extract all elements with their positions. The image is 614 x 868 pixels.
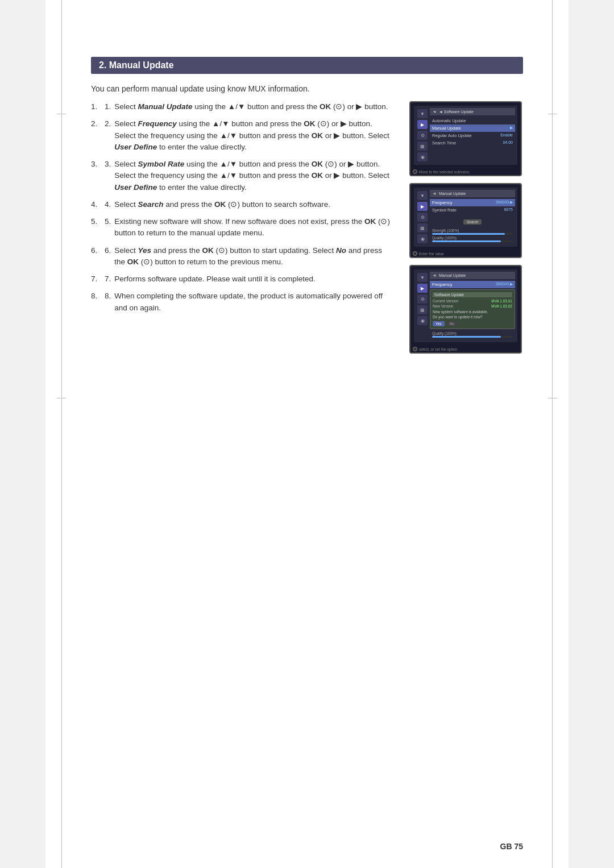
sidebar-icon-4: ▦ bbox=[417, 142, 428, 151]
screen-1-item-2: Manual Update ▶ bbox=[430, 124, 515, 132]
screen-1-item-3: Regular Auto Update Enable bbox=[430, 132, 515, 139]
screen-3-no-btn: No bbox=[447, 321, 457, 326]
step-6-text: Select Yes and press the OK (⊙) button t… bbox=[114, 245, 392, 268]
screen-1-item-4: Search Time 04:00 bbox=[430, 139, 515, 147]
step-5: 5. Existing new software will show. If n… bbox=[91, 216, 392, 239]
step-5-text: Existing new software will show. If new … bbox=[114, 216, 392, 239]
sidebar-icon-3: ⚙ bbox=[417, 131, 428, 140]
step-8: 8. When completing the software update, … bbox=[91, 290, 392, 314]
screen-1-sidebar: ▼ ▶ ⚙ ▦ ◉ bbox=[416, 108, 429, 163]
sidebar-icon-5: ◉ bbox=[417, 152, 428, 161]
screen-2-icon-1: ▼ bbox=[417, 191, 428, 200]
screen-3-icon-3: ⚙ bbox=[417, 294, 428, 304]
step-7-text: Performs software update. Please wait un… bbox=[114, 273, 315, 285]
screen-3-main: ◄ Manual Update Frequency 366000 ▶ Softw… bbox=[430, 272, 515, 340]
screen-2-icon-4: ▦ bbox=[417, 223, 428, 232]
screen-2-footer: Enter the value bbox=[410, 250, 521, 257]
sidebar-icon-1: ▼ bbox=[417, 109, 428, 118]
screen-2-mockup: ▼ ▶ ⚙ ▦ ◉ ◄ Manual Update bbox=[409, 183, 522, 258]
screen-3-footer: select, or set the option bbox=[410, 346, 521, 352]
step-3: 3. Select Symbol Rate using the ▲/▼ butt… bbox=[91, 159, 392, 193]
screen-3-frequency: Frequency 366000 ▶ bbox=[430, 281, 515, 288]
step-1: 1. Select Manual Update using the ▲/▼ bu… bbox=[91, 101, 392, 113]
step-8-text: When completing the software update, the… bbox=[114, 290, 392, 314]
screen-3-icon-1: ▼ bbox=[417, 273, 428, 282]
intro-text: You can perform manual update using know… bbox=[91, 84, 523, 93]
screen-1-mockup: ▼ ▶ ⚙ ▦ ◉ ◄ ◄ Software Update bbox=[409, 101, 522, 176]
screen-2-search-btn: Search bbox=[463, 219, 482, 225]
screen-3-dialog-message: New system software is available.Do you … bbox=[433, 309, 512, 319]
section-title: 2. Manual Update bbox=[91, 57, 523, 74]
screen-2-icon-5: ◉ bbox=[417, 234, 428, 243]
step-4: 4. Select Search and press the OK (⊙) bu… bbox=[91, 199, 392, 210]
steps-list: 1. Select Manual Update using the ▲/▼ bu… bbox=[91, 101, 392, 314]
steps-column: 1. Select Manual Update using the ▲/▼ bu… bbox=[91, 101, 392, 319]
screen-3-mockup: ▼ ▶ ⚙ ▦ ◉ ◄ Manual Update bbox=[409, 265, 522, 354]
screen-3-dialog: Software Update Current Version MVA 1.03… bbox=[430, 289, 515, 329]
screen-2-icon-2: ▶ bbox=[417, 202, 428, 211]
screen-3-dialog-buttons: Yes No bbox=[433, 321, 512, 326]
screen-3-icon-2: ▶ bbox=[417, 284, 428, 293]
screen-2-icon-3: ⚙ bbox=[417, 213, 428, 222]
screen-1-main: ◄ ◄ Software Update Automatic Update Man… bbox=[430, 108, 515, 163]
step-2-text: Select Frequency using the ▲/▼ button an… bbox=[114, 118, 392, 153]
screen-3-progress: Quality (100%) bbox=[430, 330, 515, 340]
screen-3-current-version: Current Version MVA 1.03.01 bbox=[433, 299, 512, 303]
screen-3-dialog-title: Software Update bbox=[433, 292, 512, 297]
screen-3-sidebar: ▼ ▶ ⚙ ▦ ◉ bbox=[416, 272, 429, 340]
screen-3-icon-5: ◉ bbox=[417, 316, 428, 325]
step-1-text: Select Manual Update using the ▲/▼ butto… bbox=[114, 101, 388, 113]
screen-2-frequency: Frequency 366000 ▶ bbox=[430, 199, 515, 206]
screen-3-yes-btn: Yes bbox=[433, 321, 445, 326]
screen-3-icon-4: ▦ bbox=[417, 305, 428, 314]
sidebar-icon-2: ▶ bbox=[417, 120, 428, 129]
screen-3-new-version: New Version MVA 1.03.02 bbox=[433, 304, 512, 308]
screen-2-symbolrate: Symbol Rate 6875 bbox=[430, 206, 515, 214]
step-6: 6. Select Yes and press the OK (⊙) butto… bbox=[91, 245, 392, 268]
screen-1-footer: Move to the selected submenu bbox=[410, 168, 521, 175]
screen-2-main: ◄ Manual Update Frequency 366000 ▶ Symbo… bbox=[430, 190, 515, 244]
step-3-text: Select Symbol Rate using the ▲/▼ button … bbox=[114, 159, 392, 193]
page-number: GB 75 bbox=[500, 842, 523, 851]
screen-1-item-1: Automatic Update bbox=[430, 117, 515, 124]
screen-3-title: ◄ Manual Update bbox=[430, 272, 515, 279]
step-2: 2. Select Frequency using the ▲/▼ button… bbox=[91, 118, 392, 153]
step-4-text: Select Search and press the OK (⊙) butto… bbox=[114, 199, 330, 210]
screen-2-sidebar: ▼ ▶ ⚙ ▦ ◉ bbox=[416, 190, 429, 244]
screen-1-title: ◄ ◄ Software Update bbox=[430, 108, 515, 115]
screen-2-title: ◄ Manual Update bbox=[430, 190, 515, 197]
screens-column: ▼ ▶ ⚙ ▦ ◉ ◄ ◄ Software Update bbox=[409, 101, 523, 354]
screen-2-progress: Strength (100%) Quality (100%) bbox=[430, 227, 515, 244]
step-7: 7. Performs software update. Please wait… bbox=[91, 273, 392, 285]
